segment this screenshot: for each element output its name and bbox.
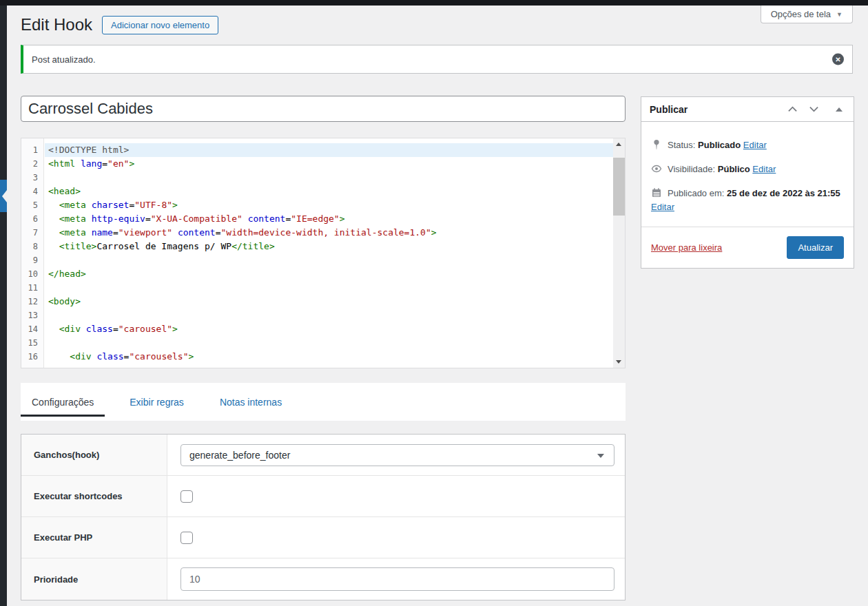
- settings-tabs: Configurações Exibir regras Notas intern…: [21, 383, 626, 421]
- php-checkbox[interactable]: [180, 532, 193, 544]
- line-number: 12: [21, 295, 43, 309]
- admin-menu-active-item[interactable]: [0, 180, 7, 212]
- line-number: 1: [21, 143, 43, 157]
- pin-icon: [651, 139, 662, 150]
- publish-actions: Mover para lixeira Atualizar: [641, 227, 854, 268]
- edit-status-link[interactable]: Editar: [743, 140, 767, 150]
- code-line: <div class="carousels">: [45, 350, 613, 364]
- setting-label: Executar shortcodes: [21, 476, 167, 516]
- code-line: <meta charset="UTF-8">: [45, 198, 613, 212]
- code-line: <!DOCTYPE html>: [45, 143, 613, 157]
- code-line: <title>Carrosel de Imagens p/ WP</title>: [45, 240, 613, 253]
- screen-options-label: Opções de tela: [771, 6, 831, 23]
- add-new-button[interactable]: Adicionar novo elemento: [102, 16, 218, 34]
- line-number: 14: [21, 322, 43, 336]
- admin-menu-rail: [0, 6, 7, 606]
- code-line: <meta http-equiv="X-UA-Compatible" conte…: [45, 212, 613, 226]
- chevron-down-icon: ▼: [836, 6, 843, 23]
- admin-top-bar: [0, 0, 868, 6]
- edit-visibility-link[interactable]: Editar: [752, 164, 776, 174]
- edit-date-link[interactable]: Editar: [651, 202, 674, 212]
- setting-label: Ganchos(hook): [21, 435, 167, 475]
- screen-options-button[interactable]: Opções de tela ▼: [761, 6, 853, 23]
- code-line: [45, 336, 613, 350]
- published-date-value: 25 de dez de 2022 às 21:55: [727, 188, 840, 198]
- status-value: Publicado: [698, 140, 741, 150]
- code-line: <meta name="viewport" content="width=dev…: [45, 226, 613, 240]
- setting-row-hook: Ganchos(hook) generate_before_footer: [21, 435, 625, 476]
- settings-table: Ganchos(hook) generate_before_footer Exe…: [21, 434, 626, 600]
- eye-icon: [651, 163, 662, 174]
- code-line: <html lang="en">: [45, 157, 613, 171]
- line-number: 15: [21, 336, 43, 350]
- scroll-thumb[interactable]: [613, 158, 625, 216]
- post-title-input[interactable]: [21, 96, 626, 122]
- visibility-value: Público: [718, 164, 750, 174]
- scroll-up-arrow[interactable]: [613, 138, 625, 150]
- editor-scrollbar[interactable]: [613, 138, 625, 368]
- line-number: 10: [21, 267, 43, 281]
- publish-panel: Publicar Status: Publicado Editar Visibi…: [641, 96, 854, 269]
- tab-exibir-regras[interactable]: Exibir regras: [118, 383, 195, 421]
- code-line: [45, 171, 613, 185]
- panel-toggle-icon[interactable]: [825, 107, 845, 112]
- visibility-row: Visibilidade: Público Editar: [651, 163, 844, 176]
- priority-input[interactable]: [180, 567, 614, 591]
- line-number: 4: [21, 185, 43, 198]
- publish-panel-header: Publicar: [641, 97, 854, 122]
- published-date-row: Publicado em: 25 de dez de 2022 às 21:55…: [651, 187, 844, 214]
- code-line: </head>: [45, 267, 613, 281]
- setting-label: Executar PHP: [21, 517, 167, 558]
- setting-row-priority: Prioridade: [21, 558, 625, 600]
- line-number: 13: [21, 309, 43, 322]
- line-number: 11: [21, 281, 43, 295]
- page-title: Edit Hook: [21, 15, 92, 34]
- status-row: Status: Publicado Editar: [651, 138, 844, 152]
- dismiss-notice-button[interactable]: ✕: [832, 54, 844, 65]
- move-down-icon[interactable]: [803, 105, 825, 114]
- code-editor: 12345678910111213141516 <!DOCTYPE html><…: [21, 138, 626, 368]
- line-number: 8: [21, 240, 43, 253]
- line-number: 7: [21, 226, 43, 240]
- publish-title: Publicar: [650, 104, 782, 115]
- tab-configuracoes[interactable]: Configurações: [21, 383, 105, 421]
- line-number: 9: [21, 253, 43, 267]
- setting-label: Prioridade: [21, 558, 167, 600]
- line-number: 3: [21, 171, 43, 185]
- code-line: [45, 309, 613, 322]
- setting-row-php: Executar PHP: [21, 517, 625, 558]
- line-number: 6: [21, 212, 43, 226]
- hook-select-value: generate_before_footer: [189, 450, 290, 461]
- hook-select[interactable]: generate_before_footer: [180, 444, 614, 466]
- calendar-icon: [651, 187, 662, 198]
- notice-text: Post atualizado.: [32, 54, 96, 65]
- tab-notas-internas[interactable]: Notas internas: [209, 383, 293, 421]
- code-line: [45, 281, 613, 295]
- code-line: <body>: [45, 295, 613, 309]
- update-button[interactable]: Atualizar: [787, 236, 844, 259]
- move-up-icon[interactable]: [782, 105, 803, 114]
- line-number: 16: [21, 350, 43, 364]
- page-header: Edit Hook Adicionar novo elemento: [21, 15, 218, 34]
- code-line: <head>: [45, 185, 613, 198]
- code-line: <div class="carousel">: [45, 322, 613, 336]
- line-number: 2: [21, 157, 43, 171]
- editor-code-area[interactable]: <!DOCTYPE html><html lang="en"><head> <m…: [45, 138, 613, 368]
- line-number: 5: [21, 198, 43, 212]
- success-notice: Post atualizado. ✕: [21, 45, 853, 74]
- shortcodes-checkbox[interactable]: [180, 490, 193, 503]
- code-line: [45, 253, 613, 267]
- scroll-down-arrow[interactable]: [613, 356, 625, 368]
- move-to-trash-link[interactable]: Mover para lixeira: [651, 242, 722, 253]
- editor-line-numbers: 12345678910111213141516: [21, 138, 44, 368]
- setting-row-shortcodes: Executar shortcodes: [21, 476, 625, 517]
